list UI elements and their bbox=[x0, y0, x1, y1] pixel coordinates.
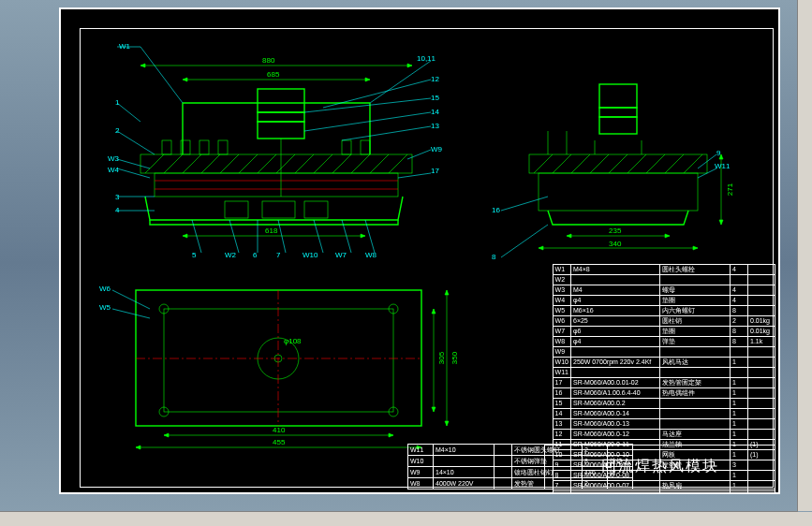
svg-line-48 bbox=[398, 173, 431, 178]
svg-line-10 bbox=[314, 154, 332, 173]
svg-line-38 bbox=[117, 159, 150, 168]
dim-108: φ108 bbox=[284, 337, 302, 345]
svg-line-58 bbox=[553, 154, 571, 173]
svg-line-9 bbox=[295, 154, 314, 173]
svg-line-1 bbox=[145, 154, 164, 173]
svg-line-95 bbox=[112, 290, 150, 309]
lead-w10: W10 bbox=[303, 251, 317, 259]
dim-305: 305 bbox=[437, 352, 446, 364]
lead-17: 17 bbox=[431, 167, 439, 175]
dim-340: 340 bbox=[609, 240, 621, 248]
lead-12: 12 bbox=[431, 75, 439, 83]
bom-row: W2 bbox=[553, 275, 775, 285]
lead-w8: W8 bbox=[365, 251, 376, 259]
bom-row: W4φ4垫圈4 bbox=[553, 296, 775, 306]
svg-line-78 bbox=[501, 225, 548, 257]
lead-w2: W2 bbox=[225, 251, 236, 259]
lead-13: 13 bbox=[431, 122, 439, 130]
dim-235: 235 bbox=[609, 226, 621, 235]
lead-w4: W4 bbox=[108, 166, 119, 174]
lead-2: 2 bbox=[115, 126, 119, 135]
svg-line-62 bbox=[627, 154, 646, 173]
svg-line-4 bbox=[201, 154, 220, 173]
svg-line-14 bbox=[389, 154, 407, 173]
svg-rect-18 bbox=[162, 140, 171, 154]
svg-line-63 bbox=[646, 154, 665, 173]
lead-8: 8 bbox=[492, 253, 495, 261]
svg-rect-26 bbox=[258, 122, 304, 139]
scrollbar-horizontal[interactable] bbox=[0, 511, 798, 526]
lead-15: 15 bbox=[431, 94, 439, 102]
lead-5: 5 bbox=[192, 251, 196, 259]
lead-w9: W9 bbox=[431, 145, 442, 153]
svg-line-43 bbox=[323, 80, 431, 108]
scrollbar-corner bbox=[798, 512, 812, 526]
svg-line-77 bbox=[501, 197, 548, 211]
svg-rect-24 bbox=[258, 89, 304, 112]
svg-rect-67 bbox=[599, 84, 637, 108]
svg-line-60 bbox=[590, 154, 609, 173]
bom-row: W8φ4弹垫81.1k bbox=[553, 337, 775, 347]
dim-271: 271 bbox=[726, 183, 734, 196]
svg-rect-25 bbox=[258, 112, 304, 122]
svg-line-44 bbox=[304, 98, 431, 112]
lead-w1: W1 bbox=[119, 42, 130, 51]
lead-w11: W11 bbox=[715, 162, 730, 170]
svg-rect-69 bbox=[599, 117, 637, 134]
dim-455: 455 bbox=[273, 438, 285, 446]
svg-line-36 bbox=[117, 103, 140, 122]
bom-row: W1M4×8圆柱头螺栓4 bbox=[553, 265, 775, 275]
lead-1011: 10,11 bbox=[417, 54, 436, 63]
bom-row: W9 bbox=[553, 347, 775, 358]
bom-row: W11 bbox=[553, 368, 775, 378]
lead-16: 16 bbox=[492, 206, 500, 214]
lead-w5: W5 bbox=[99, 303, 111, 312]
svg-line-3 bbox=[183, 154, 201, 173]
lead-1: 1 bbox=[115, 98, 119, 107]
svg-line-37 bbox=[117, 131, 155, 154]
dim-410: 410 bbox=[273, 426, 285, 434]
svg-rect-68 bbox=[599, 108, 637, 117]
dim-350: 350 bbox=[450, 352, 459, 364]
svg-line-59 bbox=[571, 154, 590, 173]
svg-line-5 bbox=[220, 154, 239, 173]
svg-line-64 bbox=[665, 154, 684, 173]
bom-row: 6SR-M060/A00.0-061 bbox=[553, 491, 775, 495]
bom-row: W10250W 0700rpm 220v 2.4Kf风机马达1 bbox=[553, 358, 775, 368]
svg-rect-66 bbox=[539, 173, 698, 211]
svg-line-45 bbox=[304, 112, 431, 131]
lead-3: 3 bbox=[115, 193, 119, 201]
svg-line-7 bbox=[258, 154, 276, 173]
dim-685: 685 bbox=[267, 70, 279, 79]
svg-line-2 bbox=[164, 154, 183, 173]
svg-rect-15 bbox=[155, 173, 398, 197]
lead-6: 6 bbox=[253, 251, 257, 259]
svg-line-46 bbox=[342, 126, 431, 140]
bom-row: 14SR-M060/A00.0-141 bbox=[553, 409, 775, 419]
drawing-sheet: 880 685 618 410 455 φ108 305 350 235 340… bbox=[59, 7, 780, 494]
bom-row: 12SR-M060/A00.0-12马达座1 bbox=[553, 430, 775, 440]
bom-row: W66×25圆柱销20.01kg bbox=[553, 316, 775, 327]
svg-rect-23 bbox=[361, 140, 370, 154]
dim-880: 880 bbox=[262, 56, 274, 65]
drawing-title: 回流焊热风模块 bbox=[545, 457, 775, 476]
svg-line-65 bbox=[684, 154, 702, 173]
svg-rect-81 bbox=[136, 290, 421, 426]
svg-line-57 bbox=[534, 154, 553, 173]
svg-rect-28 bbox=[225, 201, 248, 218]
lead-w7: W7 bbox=[335, 251, 347, 259]
svg-rect-22 bbox=[342, 140, 351, 154]
scrollbar-vertical[interactable] bbox=[797, 0, 812, 511]
title-block: 回流焊热风模块 bbox=[544, 445, 775, 489]
svg-line-12 bbox=[351, 154, 370, 173]
bom-row: 16SR-M060/A1.00.6.4-40热电偶组件1 bbox=[553, 388, 775, 399]
svg-rect-20 bbox=[199, 140, 209, 154]
svg-line-11 bbox=[332, 154, 351, 173]
lead-7: 7 bbox=[276, 251, 280, 259]
svg-line-8 bbox=[276, 154, 295, 173]
lead-4: 4 bbox=[115, 206, 119, 214]
svg-rect-21 bbox=[218, 140, 228, 154]
svg-line-6 bbox=[239, 154, 258, 173]
lead-w3: W3 bbox=[108, 154, 119, 163]
bom-row: 17SR-M060/A00.0.01-02发热管固定架1 bbox=[553, 378, 775, 388]
